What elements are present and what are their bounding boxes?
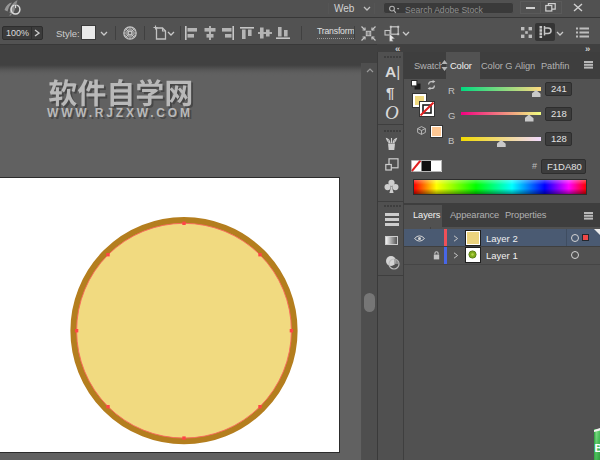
svg-text:B: B [595,442,600,454]
